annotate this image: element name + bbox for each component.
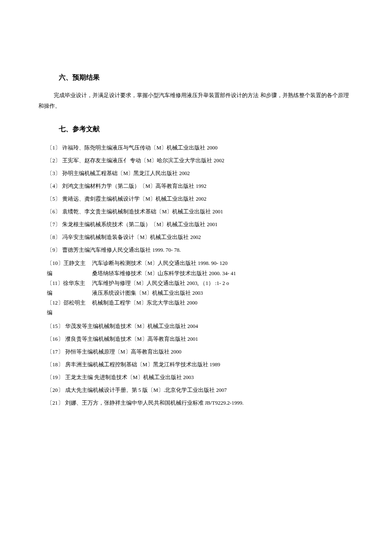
reference-mixed-right-line: 机械制造工程学〔M〕东北大学出版社 2000: [92, 298, 354, 308]
reference-item: 〔19〕 王龙太主编 先进制造技术〔M〕机械工业出版社 2003: [38, 373, 354, 382]
reference-text: 王龙太主编 先进制造技术〔M〕机械工业出版社 2003: [63, 373, 354, 382]
reference-item: 〔18〕 房丰洲主编机械工程控制基础〔M〕黑龙江科学技术出版社 1989: [38, 360, 354, 369]
reference-number: 〔2〕: [47, 156, 61, 165]
reference-item: 〔3〕 孙明主编机械工程基础〔M〕黑龙江人民出版社 2002: [38, 169, 354, 178]
reference-text: 王宪军、赵存友主编液压亻 专动〔M〕哈尔滨工业大学出版社 2002: [61, 156, 354, 165]
reference-mixed-right-line: 液压系统设计图集〔M〕机械工业出版社 2003: [92, 288, 354, 298]
reference-text: 冯辛安主编机械制造装备设计〔M〕机械工业出版社 2002: [61, 233, 354, 242]
reference-text: 袁绩乾、李文贵主编机械制造技术基础〔M〕机械工业出版社 2001: [61, 207, 354, 216]
reference-number: 〔1〕: [47, 144, 61, 152]
reference-number: 〔19〕: [47, 373, 63, 382]
reference-item: 〔17〕 孙恒等主编机械原理〔M〕高等教育出版社 2000: [38, 348, 354, 356]
reference-item: 〔9〕 曹德芳主编汽车维修人民交通出版社 1999. 70- 78.: [38, 246, 354, 254]
reference-mixed-right-line: 桑塔纳轿车维修技术〔M〕山东科学技术出版社 2000. 34- 41: [92, 269, 354, 279]
reference-number: 〔21〕: [47, 399, 63, 407]
reference-text: 房丰洲主编机械工程控制基础〔M〕黑龙江科学技术出版社 1989: [63, 360, 354, 369]
reference-number: 〔8〕: [47, 233, 61, 242]
reference-text: 华茂发等主编机械制造技术〔M〕机械工业出版社 2004: [63, 322, 354, 331]
reference-item: 〔6〕 袁绩乾、李文贵主编机械制造技术基础〔M〕机械工业出版社 2001: [38, 207, 354, 216]
reference-item: 〔15〕 华茂发等主编机械制造技术〔M〕机械工业出版社 2004: [38, 322, 354, 331]
reference-text: 孙恒等主编机械原理〔M〕高等教育出版社 2000: [63, 348, 354, 356]
reference-item: 〔4〕 刘鸿文主编材料力学（第二版）〔M〕高等教育出版社 1992: [38, 182, 354, 190]
reference-item: 〔20〕 成大先主编机械设计手册。第 5 版〔M〕.北京化学工业出版社 2007: [38, 386, 354, 394]
reference-number: 〔20〕: [47, 386, 63, 394]
reference-text: 成大先主编机械设计手册。第 5 版〔M〕.北京化学工业出版社 2007: [63, 386, 354, 394]
reference-mixed-left-line: 编: [47, 269, 89, 279]
reference-text: 刘鸿文主编材料力学（第二版）〔M〕高等教育出版社 1992: [61, 182, 354, 190]
reference-text: 濮良贵等主编机械制造技术〔M〕高等教育出版社 2001: [63, 335, 354, 343]
reference-item: 〔5〕 黄靖远、龚剑霞主编机械设计学〔M〕机械工业出版社 2002: [38, 195, 354, 203]
reference-item: 〔2〕 王宪军、赵存友主编液压亻 专动〔M〕哈尔滨工业大学出版社 2002: [38, 156, 354, 165]
reference-text: 刘娜、王万方，张静祥主编中华人民共和国机械行业标准 JB/T9229.2-199…: [63, 399, 354, 407]
reference-mixed-right-line: 汽车维护与修理〔M〕人民交通出版社 2003, （1） :1- 2 o: [92, 279, 354, 288]
reference-text: 黄靖远、龚剑霞主编机械设计学〔M〕机械工业出版社 2002: [61, 195, 354, 203]
reference-mixed-left: 〔10〕王静文主 编 〔11〕徐华东主 编 〔12〕邵松明主 编: [47, 259, 89, 318]
section-6-paragraph: 完成毕业设计，并满足设计要求，掌握小型汽车维修用液压升举装置部件设计的方法 和步…: [38, 90, 354, 111]
reference-number: 〔6〕: [47, 207, 61, 216]
reference-mixed-block: 〔10〕王静文主 编 〔11〕徐华东主 编 〔12〕邵松明主 编 汽车诊断与检测…: [38, 259, 354, 318]
reference-number: 〔3〕: [47, 169, 61, 178]
reference-mixed-right: 汽车诊断与检测技术〔M〕人民交通出版社 1998. 90- 120 桑塔纳轿车维…: [89, 259, 354, 318]
reference-item: 〔16〕 濮良贵等主编机械制造技术〔M〕高等教育出版社 2001: [38, 335, 354, 343]
reference-number: 〔7〕: [47, 220, 61, 229]
reference-mixed-right-line: 汽车诊断与检测技术〔M〕人民交通出版社 1998. 90- 120: [92, 259, 354, 268]
reference-number: 〔5〕: [47, 195, 61, 203]
reference-mixed-left-line: 〔11〕徐华东主: [47, 279, 89, 288]
reference-mixed-left-line: 〔12〕邵松明主: [47, 298, 89, 308]
reference-number: 〔4〕: [47, 182, 61, 190]
reference-text: 曹德芳主编汽车维修人民交通出版社 1999. 70- 78.: [61, 246, 354, 254]
reference-text: 朱龙根主编机械系统技术（第二版）〔M〕机械工业出版社 2001: [61, 220, 354, 229]
reference-item: 〔7〕 朱龙根主编机械系统技术（第二版）〔M〕机械工业出版社 2001: [38, 220, 354, 229]
reference-number: 〔15〕: [47, 322, 63, 331]
reference-text: 孙明主编机械工程基础〔M〕黑龙江人民出版社 2002: [61, 169, 354, 178]
reference-item: 〔21〕 刘娜、王万方，张静祥主编中华人民共和国机械行业标准 JB/T9229.…: [38, 399, 354, 407]
reference-number: 〔9〕: [47, 246, 61, 254]
reference-number: 〔16〕: [47, 335, 63, 343]
reference-text: 许福玲、陈尧明主编液压与气压传动〔M〕机械工业出版社 2000: [61, 144, 354, 152]
section-7-heading: 七、参考文献: [59, 124, 354, 134]
reference-item: 〔8〕 冯辛安主编机械制造装备设计〔M〕机械工业出版社 2002: [38, 233, 354, 242]
reference-number: 〔18〕: [47, 360, 63, 369]
reference-mixed-left-line: 编: [47, 308, 89, 318]
reference-mixed-left-line: 编: [47, 288, 89, 298]
reference-list: 〔1〕 许福玲、陈尧明主编液压与气压传动〔M〕机械工业出版社 2000 〔2〕 …: [38, 144, 354, 407]
reference-number: 〔17〕: [47, 348, 63, 356]
section-6-heading: 六、预期结果: [59, 72, 354, 83]
reference-mixed-left-line: 〔10〕王静文主: [47, 259, 89, 268]
reference-item: 〔1〕 许福玲、陈尧明主编液压与气压传动〔M〕机械工业出版社 2000: [38, 144, 354, 152]
